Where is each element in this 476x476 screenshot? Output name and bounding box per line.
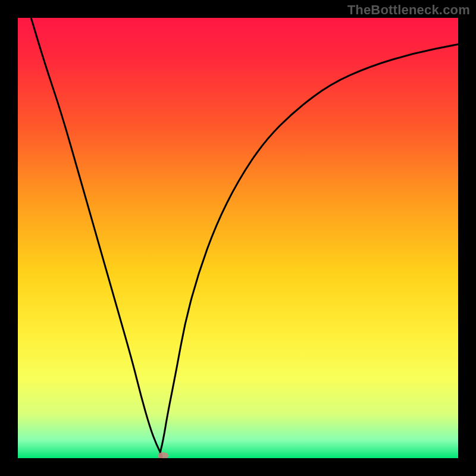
watermark-text: TheBottleneck.com: [347, 2, 470, 18]
optimal-point-marker: [158, 452, 168, 458]
plot-area: [18, 18, 458, 458]
bottleneck-curve: [18, 18, 458, 458]
chart-frame: TheBottleneck.com: [0, 0, 476, 476]
